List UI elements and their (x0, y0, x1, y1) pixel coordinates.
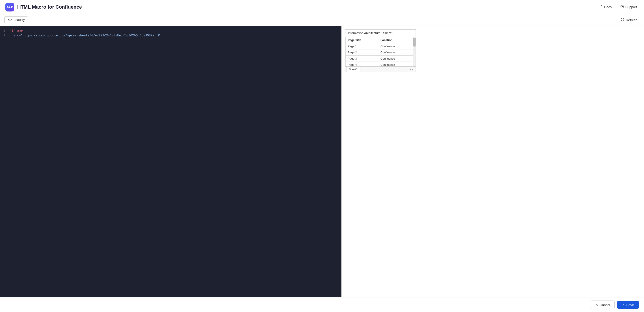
table-row: Page 1 Confluence (346, 43, 413, 50)
line-number-1: 1 (4, 29, 10, 32)
spreadsheet-title: Information Architecture : Sheet1 (346, 30, 416, 37)
save-icon: ✓ (622, 303, 625, 307)
table-row: Page 2 Confluence (346, 50, 413, 56)
preview-panel: Information Architecture : Sheet1 Page T… (342, 26, 644, 297)
tab-nav: > < (409, 68, 414, 71)
beautify-button[interactable]: </> Beautify (4, 16, 28, 24)
cell-page-4: Page 4 (346, 62, 378, 67)
tab-nav-prev[interactable]: < (412, 68, 414, 71)
table-header-row: Page Title Location (346, 37, 413, 43)
cell-loc-4: Confluence (378, 62, 413, 67)
table-row: Page 3 Confluence (346, 56, 413, 62)
cell-page-2: Page 2 (346, 50, 378, 56)
spreadsheet-body: Page Title Location Page 1 Confluence Pa… (346, 37, 416, 66)
line-content-1: <iframe (10, 29, 338, 32)
header-actions: Docs Support (598, 4, 639, 10)
refresh-icon (620, 18, 624, 22)
app-header: </> HTML Macro for Confluence Docs Suppo… (0, 0, 644, 14)
spreadsheet-tabs: Sheet1 > < (346, 66, 416, 72)
spreadsheet-table: Page Title Location Page 1 Confluence Pa… (346, 37, 413, 66)
cancel-icon: ✕ (596, 303, 598, 307)
table-row: Page 4 Confluence (346, 62, 413, 67)
col-header-page-title: Page Title (346, 37, 378, 43)
cancel-button[interactable]: ✕ Cancel (591, 300, 615, 309)
support-button[interactable]: Support (618, 4, 639, 10)
footer: ✕ Cancel ✓ Save (0, 297, 644, 312)
support-icon (620, 5, 624, 9)
app-title: HTML Macro for Confluence (17, 4, 82, 10)
col-header-location: Location (378, 37, 413, 43)
sheet-tab-1[interactable]: Sheet1 (346, 67, 360, 72)
app-logo: </> (5, 3, 14, 12)
code-editor[interactable]: 1 <iframe 2 src="https://docs.google.com… (0, 26, 342, 297)
spreadsheet-preview: Information Architecture : Sheet1 Page T… (345, 29, 416, 72)
spreadsheet-table-wrapper: Page Title Location Page 1 Confluence Pa… (346, 37, 413, 66)
beautify-icon: </> (8, 18, 12, 22)
line-content-2: src="https://docs.google.com/spreadsheet… (10, 34, 338, 37)
cell-loc-3: Confluence (378, 56, 413, 62)
cell-loc-1: Confluence (378, 43, 413, 50)
scrollbar-thumb[interactable] (413, 38, 416, 46)
line-number-2: 2 (4, 34, 10, 37)
docs-button[interactable]: Docs (598, 4, 613, 10)
save-button[interactable]: ✓ Save (617, 301, 639, 309)
cell-loc-2: Confluence (378, 50, 413, 56)
scrollbar[interactable] (413, 37, 416, 66)
cell-page-3: Page 3 (346, 56, 378, 62)
main-content: 1 <iframe 2 src="https://docs.google.com… (0, 26, 644, 297)
tab-nav-next[interactable]: > (409, 68, 412, 71)
refresh-button[interactable]: Refresh (618, 16, 640, 24)
code-line-2: 2 src="https://docs.google.com/spreadshe… (0, 33, 342, 38)
toolbar: </> Beautify Refresh (0, 14, 644, 26)
app-logo-icon: </> (6, 4, 13, 10)
code-line-1: 1 <iframe (0, 28, 342, 33)
cell-page-1: Page 1 (346, 43, 378, 50)
docs-icon (599, 5, 603, 9)
